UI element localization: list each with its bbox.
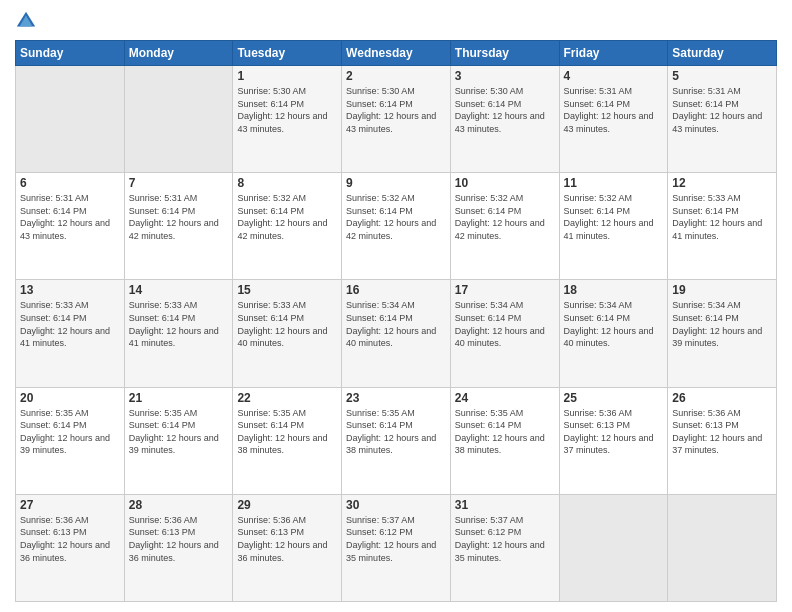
- calendar-week-row: 13Sunrise: 5:33 AM Sunset: 6:14 PM Dayli…: [16, 280, 777, 387]
- calendar-cell: 26Sunrise: 5:36 AM Sunset: 6:13 PM Dayli…: [668, 387, 777, 494]
- calendar-cell: 23Sunrise: 5:35 AM Sunset: 6:14 PM Dayli…: [342, 387, 451, 494]
- calendar-cell: 22Sunrise: 5:35 AM Sunset: 6:14 PM Dayli…: [233, 387, 342, 494]
- day-number: 21: [129, 391, 229, 405]
- day-info: Sunrise: 5:34 AM Sunset: 6:14 PM Dayligh…: [455, 299, 555, 349]
- day-number: 26: [672, 391, 772, 405]
- day-number: 29: [237, 498, 337, 512]
- day-number: 23: [346, 391, 446, 405]
- day-info: Sunrise: 5:33 AM Sunset: 6:14 PM Dayligh…: [237, 299, 337, 349]
- day-number: 30: [346, 498, 446, 512]
- calendar-cell: 30Sunrise: 5:37 AM Sunset: 6:12 PM Dayli…: [342, 494, 451, 601]
- calendar-cell: 28Sunrise: 5:36 AM Sunset: 6:13 PM Dayli…: [124, 494, 233, 601]
- calendar-cell: 3Sunrise: 5:30 AM Sunset: 6:14 PM Daylig…: [450, 66, 559, 173]
- day-info: Sunrise: 5:34 AM Sunset: 6:14 PM Dayligh…: [346, 299, 446, 349]
- day-number: 24: [455, 391, 555, 405]
- calendar-cell: 29Sunrise: 5:36 AM Sunset: 6:13 PM Dayli…: [233, 494, 342, 601]
- calendar-cell: 16Sunrise: 5:34 AM Sunset: 6:14 PM Dayli…: [342, 280, 451, 387]
- calendar-cell: 21Sunrise: 5:35 AM Sunset: 6:14 PM Dayli…: [124, 387, 233, 494]
- day-number: 12: [672, 176, 772, 190]
- day-number: 1: [237, 69, 337, 83]
- weekday-header: Sunday: [16, 41, 125, 66]
- day-info: Sunrise: 5:30 AM Sunset: 6:14 PM Dayligh…: [455, 85, 555, 135]
- day-number: 3: [455, 69, 555, 83]
- day-info: Sunrise: 5:35 AM Sunset: 6:14 PM Dayligh…: [129, 407, 229, 457]
- header: [15, 10, 777, 32]
- calendar-cell: 1Sunrise: 5:30 AM Sunset: 6:14 PM Daylig…: [233, 66, 342, 173]
- day-number: 11: [564, 176, 664, 190]
- day-info: Sunrise: 5:35 AM Sunset: 6:14 PM Dayligh…: [455, 407, 555, 457]
- calendar-cell: 31Sunrise: 5:37 AM Sunset: 6:12 PM Dayli…: [450, 494, 559, 601]
- day-number: 7: [129, 176, 229, 190]
- calendar-cell: 10Sunrise: 5:32 AM Sunset: 6:14 PM Dayli…: [450, 173, 559, 280]
- weekday-header: Tuesday: [233, 41, 342, 66]
- calendar-cell: 11Sunrise: 5:32 AM Sunset: 6:14 PM Dayli…: [559, 173, 668, 280]
- day-number: 18: [564, 283, 664, 297]
- weekday-header-row: SundayMondayTuesdayWednesdayThursdayFrid…: [16, 41, 777, 66]
- calendar-table: SundayMondayTuesdayWednesdayThursdayFrid…: [15, 40, 777, 602]
- calendar-cell: 8Sunrise: 5:32 AM Sunset: 6:14 PM Daylig…: [233, 173, 342, 280]
- day-number: 10: [455, 176, 555, 190]
- calendar-cell: 13Sunrise: 5:33 AM Sunset: 6:14 PM Dayli…: [16, 280, 125, 387]
- calendar-cell: 24Sunrise: 5:35 AM Sunset: 6:14 PM Dayli…: [450, 387, 559, 494]
- calendar-cell: [668, 494, 777, 601]
- logo-icon: [15, 10, 37, 32]
- calendar-cell: 9Sunrise: 5:32 AM Sunset: 6:14 PM Daylig…: [342, 173, 451, 280]
- day-number: 16: [346, 283, 446, 297]
- calendar-cell: 18Sunrise: 5:34 AM Sunset: 6:14 PM Dayli…: [559, 280, 668, 387]
- day-number: 17: [455, 283, 555, 297]
- day-info: Sunrise: 5:36 AM Sunset: 6:13 PM Dayligh…: [20, 514, 120, 564]
- calendar-cell: 17Sunrise: 5:34 AM Sunset: 6:14 PM Dayli…: [450, 280, 559, 387]
- day-info: Sunrise: 5:36 AM Sunset: 6:13 PM Dayligh…: [564, 407, 664, 457]
- day-info: Sunrise: 5:33 AM Sunset: 6:14 PM Dayligh…: [672, 192, 772, 242]
- day-number: 6: [20, 176, 120, 190]
- calendar-cell: 14Sunrise: 5:33 AM Sunset: 6:14 PM Dayli…: [124, 280, 233, 387]
- day-number: 13: [20, 283, 120, 297]
- day-info: Sunrise: 5:36 AM Sunset: 6:13 PM Dayligh…: [672, 407, 772, 457]
- day-number: 19: [672, 283, 772, 297]
- day-info: Sunrise: 5:35 AM Sunset: 6:14 PM Dayligh…: [237, 407, 337, 457]
- day-info: Sunrise: 5:31 AM Sunset: 6:14 PM Dayligh…: [129, 192, 229, 242]
- weekday-header: Wednesday: [342, 41, 451, 66]
- calendar-week-row: 27Sunrise: 5:36 AM Sunset: 6:13 PM Dayli…: [16, 494, 777, 601]
- day-info: Sunrise: 5:34 AM Sunset: 6:14 PM Dayligh…: [672, 299, 772, 349]
- calendar-cell: [16, 66, 125, 173]
- day-info: Sunrise: 5:33 AM Sunset: 6:14 PM Dayligh…: [20, 299, 120, 349]
- day-info: Sunrise: 5:35 AM Sunset: 6:14 PM Dayligh…: [20, 407, 120, 457]
- day-info: Sunrise: 5:37 AM Sunset: 6:12 PM Dayligh…: [455, 514, 555, 564]
- day-number: 20: [20, 391, 120, 405]
- day-number: 2: [346, 69, 446, 83]
- page: SundayMondayTuesdayWednesdayThursdayFrid…: [0, 0, 792, 612]
- day-number: 15: [237, 283, 337, 297]
- calendar-cell: 27Sunrise: 5:36 AM Sunset: 6:13 PM Dayli…: [16, 494, 125, 601]
- calendar-cell: 5Sunrise: 5:31 AM Sunset: 6:14 PM Daylig…: [668, 66, 777, 173]
- day-info: Sunrise: 5:34 AM Sunset: 6:14 PM Dayligh…: [564, 299, 664, 349]
- calendar-cell: 4Sunrise: 5:31 AM Sunset: 6:14 PM Daylig…: [559, 66, 668, 173]
- day-info: Sunrise: 5:31 AM Sunset: 6:14 PM Dayligh…: [672, 85, 772, 135]
- calendar-cell: 6Sunrise: 5:31 AM Sunset: 6:14 PM Daylig…: [16, 173, 125, 280]
- day-info: Sunrise: 5:30 AM Sunset: 6:14 PM Dayligh…: [346, 85, 446, 135]
- calendar-cell: 15Sunrise: 5:33 AM Sunset: 6:14 PM Dayli…: [233, 280, 342, 387]
- day-number: 25: [564, 391, 664, 405]
- day-info: Sunrise: 5:37 AM Sunset: 6:12 PM Dayligh…: [346, 514, 446, 564]
- day-number: 8: [237, 176, 337, 190]
- calendar-cell: 12Sunrise: 5:33 AM Sunset: 6:14 PM Dayli…: [668, 173, 777, 280]
- calendar-week-row: 1Sunrise: 5:30 AM Sunset: 6:14 PM Daylig…: [16, 66, 777, 173]
- day-number: 5: [672, 69, 772, 83]
- day-info: Sunrise: 5:32 AM Sunset: 6:14 PM Dayligh…: [346, 192, 446, 242]
- day-info: Sunrise: 5:31 AM Sunset: 6:14 PM Dayligh…: [20, 192, 120, 242]
- weekday-header: Thursday: [450, 41, 559, 66]
- day-number: 9: [346, 176, 446, 190]
- day-info: Sunrise: 5:30 AM Sunset: 6:14 PM Dayligh…: [237, 85, 337, 135]
- calendar-week-row: 20Sunrise: 5:35 AM Sunset: 6:14 PM Dayli…: [16, 387, 777, 494]
- day-info: Sunrise: 5:32 AM Sunset: 6:14 PM Dayligh…: [237, 192, 337, 242]
- day-info: Sunrise: 5:33 AM Sunset: 6:14 PM Dayligh…: [129, 299, 229, 349]
- day-info: Sunrise: 5:32 AM Sunset: 6:14 PM Dayligh…: [564, 192, 664, 242]
- day-number: 27: [20, 498, 120, 512]
- day-number: 22: [237, 391, 337, 405]
- day-info: Sunrise: 5:35 AM Sunset: 6:14 PM Dayligh…: [346, 407, 446, 457]
- day-info: Sunrise: 5:36 AM Sunset: 6:13 PM Dayligh…: [237, 514, 337, 564]
- weekday-header: Monday: [124, 41, 233, 66]
- day-number: 4: [564, 69, 664, 83]
- day-info: Sunrise: 5:36 AM Sunset: 6:13 PM Dayligh…: [129, 514, 229, 564]
- calendar-cell: 20Sunrise: 5:35 AM Sunset: 6:14 PM Dayli…: [16, 387, 125, 494]
